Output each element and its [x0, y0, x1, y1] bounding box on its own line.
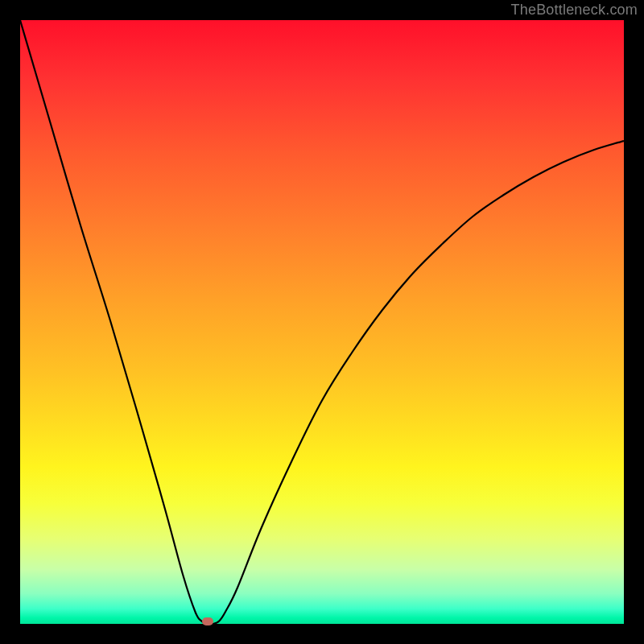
- watermark-text: TheBottleneck.com: [511, 2, 638, 19]
- curve-svg: [20, 20, 624, 624]
- chart-frame: [20, 20, 624, 624]
- optimal-marker-dot: [202, 617, 213, 625]
- bottleneck-curve: [20, 20, 624, 624]
